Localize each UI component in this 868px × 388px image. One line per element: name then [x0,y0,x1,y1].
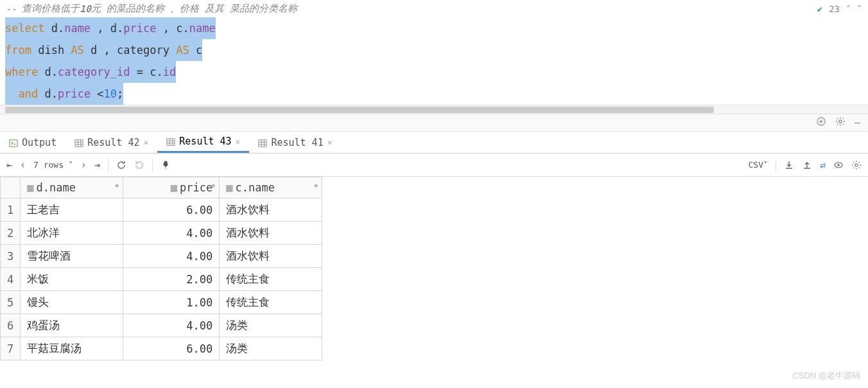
cell-price[interactable]: 6.00 [123,337,220,360]
sort-icon[interactable]: ◆ [115,181,119,190]
comment-a: 查询价格低于 [22,3,80,15]
svg-rect-3 [75,139,83,146]
col-price[interactable]: ▦price◆ [123,177,220,198]
cell-name[interactable]: 鸡蛋汤 [21,314,123,337]
tab-output[interactable]: Output [0,132,65,153]
svg-rect-4 [167,139,175,146]
result-table: ▦d.name◆ ▦price◆ ▦c.name◆ 1 王老吉 6.00 酒水饮… [0,177,322,360]
result-tabs: Output Result 42 × Result 43 × Result 41… [0,132,868,154]
add-icon[interactable] [816,116,826,129]
cell-category[interactable]: 酒水饮料 [220,198,322,222]
cell-category[interactable]: 汤类 [220,314,322,337]
column-icon: ▦ [27,181,33,194]
col-d-name[interactable]: ▦d.name◆ [21,177,123,198]
cell-price[interactable]: 1.00 [123,291,220,314]
rownum-cell: 6 [1,314,21,337]
problem-count: 23 [829,4,840,14]
result-toolbar: ⇤ ‹ 7 rows ˅ › ⇥ CSV ˅ ⇄ [0,154,868,177]
cell-name[interactable]: 米饭 [21,268,123,291]
grid-icon [166,137,175,146]
output-icon [9,138,18,147]
code-block[interactable]: select d.name , d.price , c.name from di… [0,17,868,105]
comment-num: 10 [80,3,91,15]
rownum-cell: 3 [1,245,21,268]
cell-category[interactable]: 传统主食 [220,291,322,314]
cell-category[interactable]: 传统主食 [220,268,322,291]
tab-result-42[interactable]: Result 42 × [65,132,157,153]
close-icon[interactable]: × [236,137,241,146]
editor-status: ✔23 ˄ ˅ [817,4,862,14]
svg-point-1 [839,120,842,123]
grid-icon [74,138,83,147]
revert-icon[interactable] [134,160,144,170]
comment-dash: -- [5,3,17,15]
table-row[interactable]: 4 米饭 2.00 传统主食 [1,268,322,291]
first-page-icon[interactable]: ⇤ [6,159,12,171]
sort-icon[interactable]: ◆ [211,181,216,190]
svg-point-8 [855,163,858,166]
cell-name[interactable]: 平菇豆腐汤 [21,337,123,360]
svg-point-7 [837,164,840,166]
check-icon: ✔ [817,4,822,14]
cell-category[interactable]: 汤类 [220,337,322,360]
gear-icon[interactable] [851,160,862,170]
tab-result-41[interactable]: Result 41 × [249,132,341,153]
svg-rect-5 [259,139,266,146]
minimize-icon[interactable]: — [855,117,860,128]
tab-41-label: Result 41 [271,137,323,148]
gear-icon[interactable] [835,116,846,129]
tab-42-label: Result 42 [87,137,139,148]
close-icon[interactable]: × [327,137,333,147]
col-c-name[interactable]: ▦c.name◆ [220,177,322,198]
table-row[interactable]: 3 雪花啤酒 4.00 酒水饮料 [1,245,322,268]
horizontal-scrollbar[interactable] [0,105,868,114]
cell-name[interactable]: 雪花啤酒 [21,245,123,268]
cell-price[interactable]: 4.00 [123,245,220,268]
comment-line: -- 查询价格低于 10 元 的菜品的名称 、价格 及其 菜品的分类名称 [0,0,868,17]
panel-toolbar-upper: — [0,114,868,132]
cell-name[interactable]: 馒头 [21,291,123,314]
sql-editor[interactable]: -- 查询价格低于 10 元 的菜品的名称 、价格 及其 菜品的分类名称 ✔23… [0,0,868,114]
table-row[interactable]: 6 鸡蛋汤 4.00 汤类 [1,314,322,337]
pin-icon[interactable] [161,160,171,170]
rownum-cell: 7 [1,337,21,360]
chevron-down-icon[interactable]: ˅ [857,4,862,14]
cell-price[interactable]: 2.00 [123,268,220,291]
last-page-icon[interactable]: ⇥ [94,159,100,171]
column-icon: ▦ [226,181,232,194]
cell-category[interactable]: 酒水饮料 [220,245,322,268]
rows-count[interactable]: 7 rows ˅ [33,160,73,170]
watermark: CSDN @老牛源码 [792,370,860,382]
cell-name[interactable]: 王老吉 [21,198,123,222]
prev-page-icon[interactable]: ‹ [20,159,26,171]
table-row[interactable]: 7 平菇豆腐汤 6.00 汤类 [1,337,322,360]
table-row[interactable]: 2 北冰洋 4.00 酒水饮料 [1,222,322,245]
table-row[interactable]: 1 王老吉 6.00 酒水饮料 [1,198,322,222]
cell-price[interactable]: 6.00 [123,198,220,222]
rownum-header [1,177,21,198]
cell-name[interactable]: 北冰洋 [21,222,123,245]
rownum-cell: 2 [1,222,21,245]
cell-category[interactable]: 酒水饮料 [220,222,322,245]
sort-icon[interactable]: ◆ [314,181,318,190]
compare-icon[interactable]: ⇄ [820,159,826,171]
cell-price[interactable]: 4.00 [123,222,220,245]
grid-icon [258,138,267,147]
comment-b: 元 的菜品的名称 、价格 及其 菜品的分类名称 [91,3,297,15]
download-icon[interactable] [784,160,794,170]
eye-icon[interactable] [833,160,844,170]
tab-result-43[interactable]: Result 43 × [157,132,249,153]
tab-43-label: Result 43 [179,136,231,147]
chevron-up-icon[interactable]: ˄ [846,4,851,14]
export-csv[interactable]: CSV ˅ [748,160,767,170]
rownum-cell: 1 [1,198,21,222]
rownum-cell: 5 [1,291,21,314]
refresh-icon[interactable] [116,160,126,170]
column-icon: ▦ [171,181,177,194]
tab-output-label: Output [22,137,56,148]
next-page-icon[interactable]: › [81,159,87,171]
close-icon[interactable]: × [143,137,148,147]
table-row[interactable]: 5 馒头 1.00 传统主食 [1,291,322,314]
cell-price[interactable]: 4.00 [123,314,220,337]
upload-icon[interactable] [802,160,812,170]
